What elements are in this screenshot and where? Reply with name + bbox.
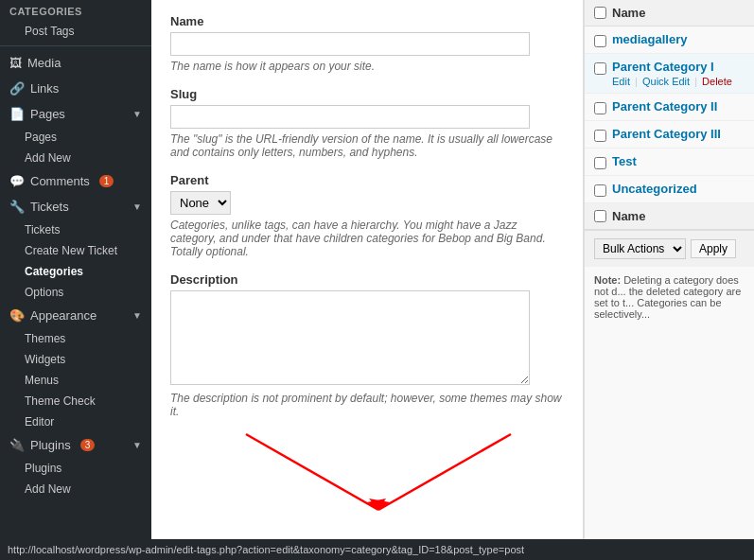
sidebar-subitem-tickets[interactable]: Tickets <box>0 219 151 240</box>
quick-edit-link-parent-i[interactable]: Quick Edit <box>642 76 690 87</box>
name-input[interactable] <box>170 32 530 56</box>
parent-select-wrap: None <box>170 191 564 215</box>
sidebar-item-tickets[interactable]: 🔧 Tickets ▼ <box>0 194 151 219</box>
apply-button[interactable]: Apply <box>691 239 736 258</box>
content-area: Name The name is how it appears on your … <box>151 0 584 539</box>
sidebar-subitem-plugins[interactable]: Plugins <box>0 458 151 479</box>
sidebar-item-post-tags[interactable]: Post Tags <box>0 21 151 42</box>
parent-label: Parent <box>170 173 564 187</box>
table-row: mediagallery <box>585 26 754 54</box>
description-label: Description <box>170 272 564 287</box>
parent-select[interactable]: None <box>170 191 231 215</box>
category-name-mediagallery[interactable]: mediagallery <box>612 32 688 46</box>
category-checkbox-test[interactable] <box>594 157 606 169</box>
sidebar-subitem-menus[interactable]: Menus <box>0 370 151 391</box>
sidebar: Categories Post Tags 🖼 Media 🔗 Links 📄 <box>0 0 151 539</box>
name-hint: The name is how it appears on your site. <box>170 60 564 73</box>
sidebar-item-appearance[interactable]: 🎨 Appearance ▼ <box>0 303 151 328</box>
tickets-icon: 🔧 <box>9 200 25 214</box>
name-column-header: Name <box>612 6 645 20</box>
sidebar-subitem-theme-check[interactable]: Theme Check <box>0 391 151 411</box>
description-field-group: Description The description is not promi… <box>170 272 564 418</box>
sidebar-subitem-widgets[interactable]: Widgets <box>0 349 151 370</box>
status-url: http://localhost/wordpress/wp-admin/edit… <box>8 544 524 555</box>
sidebar-subitem-themes[interactable]: Themes <box>0 328 151 349</box>
links-icon: 🔗 <box>9 81 25 96</box>
bulk-actions-select[interactable]: Bulk Actions <box>594 238 686 259</box>
plugins-expand-icon: ▼ <box>132 440 142 450</box>
description-textarea[interactable] <box>170 290 530 385</box>
sidebar-subitem-add-new-plugin[interactable]: Add New <box>0 479 151 499</box>
category-name-parent-iii[interactable]: Parent Category III <box>612 127 721 141</box>
category-actions-parent-i: Edit | Quick Edit | Delete <box>612 76 732 87</box>
plugins-icon: 🔌 <box>9 438 25 452</box>
category-name-test[interactable]: Test <box>612 154 637 168</box>
note-area: Note: Deleting a category does not d... … <box>585 267 754 327</box>
right-panel-footer-header: Name <box>585 203 754 230</box>
comments-badge: 1 <box>99 175 114 187</box>
sidebar-subitem-categories[interactable]: Categories <box>0 261 151 282</box>
appearance-expand-icon: ▼ <box>132 310 142 321</box>
category-checkbox-parent-ii[interactable] <box>594 102 606 114</box>
name-label: Name <box>170 14 564 28</box>
tickets-expand-icon: ▼ <box>132 201 142 212</box>
status-bar: http://localhost/wordpress/wp-admin/edit… <box>0 539 754 560</box>
parent-hint: Categories, unlike tags, can have a hier… <box>170 219 564 258</box>
category-checkbox-uncategorized[interactable] <box>594 184 606 197</box>
sidebar-subitem-options[interactable]: Options <box>0 282 151 303</box>
delete-link-parent-i[interactable]: Delete <box>702 76 732 87</box>
edit-link-parent-i[interactable]: Edit <box>612 76 630 87</box>
table-row: Uncategorized <box>585 176 754 203</box>
pages-expand-icon: ▼ <box>132 109 142 119</box>
sidebar-item-comments[interactable]: 💬 Comments 1 <box>0 168 151 194</box>
bulk-actions-bar: Bulk Actions Apply <box>585 230 754 267</box>
pages-icon: 📄 <box>9 107 25 121</box>
slug-field-group: Slug The "slug" is the URL-friendly vers… <box>170 87 564 159</box>
sidebar-subitem-pages[interactable]: Pages <box>0 127 151 148</box>
note-title: Note: <box>594 274 621 286</box>
table-row: Test <box>585 149 754 176</box>
description-hint: The description is not prominent by defa… <box>170 392 564 418</box>
name-column-footer: Name <box>612 209 645 223</box>
media-icon: 🖼 <box>9 56 22 70</box>
category-name-parent-ii[interactable]: Parent Category II <box>612 99 717 114</box>
table-row: Parent Category III <box>585 121 754 149</box>
appearance-icon: 🎨 <box>9 308 25 323</box>
name-field-group: Name The name is how it appears on your … <box>170 14 564 73</box>
select-all-checkbox[interactable] <box>594 7 606 19</box>
comments-icon: 💬 <box>9 174 25 188</box>
slug-input[interactable] <box>170 105 530 129</box>
sidebar-section-categories: Categories <box>0 0 151 21</box>
sidebar-item-plugins[interactable]: 🔌 Plugins 3 ▼ <box>0 432 151 458</box>
sidebar-item-pages[interactable]: 📄 Pages ▼ <box>0 101 151 127</box>
table-row: Parent Category I Edit | Quick Edit | De… <box>585 54 754 94</box>
sidebar-item-links[interactable]: 🔗 Links <box>0 76 151 101</box>
sidebar-subitem-create-new-ticket[interactable]: Create New Ticket <box>0 240 151 261</box>
category-name-parent-i[interactable]: Parent Category I <box>612 60 732 74</box>
category-checkbox-parent-iii[interactable] <box>594 130 606 142</box>
plugins-badge: 3 <box>80 439 96 451</box>
select-all-footer-checkbox[interactable] <box>594 210 606 222</box>
table-row: Parent Category II <box>585 94 754 121</box>
right-panel: Name mediagallery Parent Category I <box>584 0 754 539</box>
category-checkbox-mediagallery[interactable] <box>594 35 606 47</box>
right-panel-header: Name <box>585 0 754 26</box>
sidebar-subitem-add-new-page[interactable]: Add New <box>0 148 151 168</box>
sidebar-subitem-editor[interactable]: Editor <box>0 411 151 432</box>
parent-field-group: Parent None Categories, unlike tags, can… <box>170 173 564 258</box>
slug-label: Slug <box>170 87 564 101</box>
sidebar-item-media[interactable]: 🖼 Media <box>0 50 151 76</box>
category-name-uncategorized[interactable]: Uncategorized <box>612 182 697 196</box>
category-checkbox-parent-i[interactable] <box>594 62 606 75</box>
slug-hint: The "slug" is the URL-friendly version o… <box>170 132 564 159</box>
